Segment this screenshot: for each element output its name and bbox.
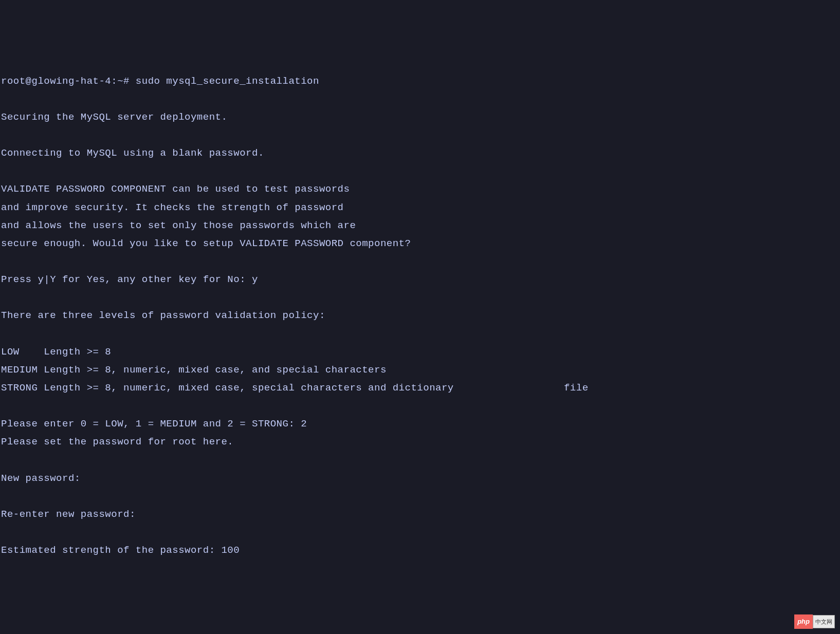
output-line: STRONG Length >= 8, numeric, mixed case,… xyxy=(1,382,589,394)
output-line: Estimated strength of the password: 100 xyxy=(1,545,240,556)
output-line: MEDIUM Length >= 8, numeric, mixed case,… xyxy=(1,364,387,376)
output-line: Securing the MySQL server deployment. xyxy=(1,111,227,123)
watermark-badge: php 中文网 xyxy=(794,614,835,629)
watermark-php-label: php xyxy=(794,614,813,629)
output-line: Press y|Y for Yes, any other key for No:… xyxy=(1,274,258,285)
shell-prompt: root@glowing-hat-4:~# xyxy=(1,76,136,87)
output-line: and allows the users to set only those p… xyxy=(1,220,356,231)
output-line: There are three levels of password valid… xyxy=(1,310,325,321)
output-line: secure enough. Would you like to setup V… xyxy=(1,238,411,249)
output-line: VALIDATE PASSWORD COMPONENT can be used … xyxy=(1,183,350,195)
terminal-output[interactable]: root@glowing-hat-4:~# sudo mysql_secure_… xyxy=(1,72,839,560)
watermark-cn-label: 中文网 xyxy=(813,615,835,628)
output-line: New password: xyxy=(1,473,81,484)
output-line: and improve security. It checks the stre… xyxy=(1,202,344,213)
output-line: Re-enter new password: xyxy=(1,509,136,520)
output-line: Please set the password for root here. xyxy=(1,436,233,447)
output-line: LOW Length >= 8 xyxy=(1,346,111,358)
command-text: sudo mysql_secure_installation xyxy=(136,76,319,87)
output-line: Please enter 0 = LOW, 1 = MEDIUM and 2 =… xyxy=(1,418,307,430)
output-line: Connecting to MySQL using a blank passwo… xyxy=(1,147,264,159)
